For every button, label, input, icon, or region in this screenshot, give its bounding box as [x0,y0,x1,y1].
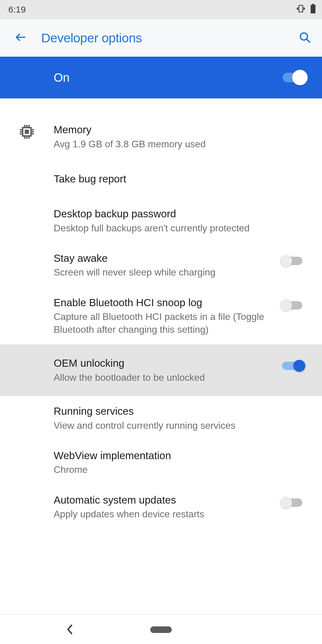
setting-title: Automatic system updates [54,493,271,507]
auto-updates-switch[interactable] [280,496,305,509]
status-time: 6:19 [8,4,26,15]
setting-running-services[interactable]: Running services View and control curren… [0,396,322,440]
setting-stay-awake[interactable]: Stay awake Screen will never sleep while… [0,243,322,287]
vibrate-icon [296,4,306,15]
setting-title: Running services [54,404,301,418]
setting-bt-hci[interactable]: Enable Bluetooth HCI snoop log Capture a… [0,287,322,345]
setting-oem-unlocking[interactable]: OEM unlocking Allow the bootloader to be… [0,344,322,396]
setting-title: OEM unlocking [54,356,271,370]
setting-title: Stay awake [54,251,271,265]
setting-subtitle: Apply updates when device restarts [54,508,271,521]
navigation-bar [0,614,322,644]
setting-subtitle: View and control currently running servi… [54,419,301,432]
setting-subtitle: Capture all Bluetooth HCI packets in a f… [54,310,271,336]
setting-title: Desktop backup password [54,207,301,221]
oem-unlock-switch[interactable] [280,359,305,372]
setting-subtitle: Screen will never sleep while charging [54,266,271,279]
setting-auto-updates[interactable]: Automatic system updates Apply updates w… [0,485,322,529]
bt-hci-switch[interactable] [280,299,305,312]
master-toggle-label: On [54,71,283,84]
master-toggle-switch[interactable] [283,70,308,85]
setting-subtitle: Desktop full backups aren't currently pr… [54,222,301,235]
setting-desktop-backup[interactable]: Desktop backup password Desktop full bac… [0,199,322,243]
setting-subtitle: Avg 1.9 GB of 3.8 GB memory used [54,138,301,151]
search-icon[interactable] [298,31,311,45]
app-bar: Developer options [0,19,322,57]
chip-icon [18,123,35,141]
settings-list: Memory Avg 1.9 GB of 3.8 GB memory used … [0,98,322,529]
master-toggle-row[interactable]: On [0,57,322,98]
back-icon[interactable] [14,31,27,45]
status-bar: 6:19 [0,0,322,19]
stay-awake-switch[interactable] [280,254,305,267]
battery-icon [310,4,316,16]
setting-webview[interactable]: WebView implementation Chrome [0,440,322,485]
setting-title: WebView implementation [54,449,301,462]
setting-subtitle: Allow the bootloader to be unlocked [54,371,271,384]
svg-rect-2 [25,130,29,134]
page-title: Developer options [41,31,284,45]
nav-home-pill[interactable] [150,626,172,633]
setting-title: Enable Bluetooth HCI snoop log [54,296,271,309]
setting-subtitle: Chrome [54,463,301,476]
setting-title: Memory [54,123,301,137]
nav-back-icon[interactable] [66,624,74,636]
setting-bug-report[interactable]: Take bug report [0,159,322,199]
setting-memory[interactable]: Memory Avg 1.9 GB of 3.8 GB memory used [0,114,322,159]
setting-title: Take bug report [54,172,301,186]
status-icons [296,4,316,16]
